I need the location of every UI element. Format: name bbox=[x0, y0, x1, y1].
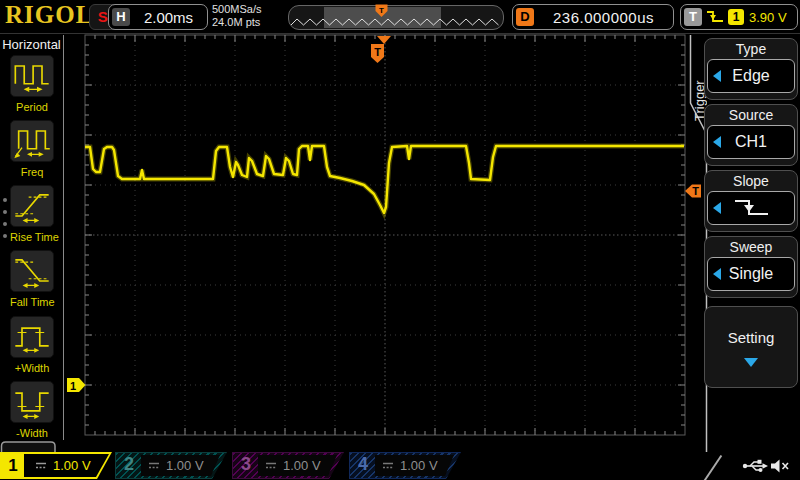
channel-2-scale: 1.00 V bbox=[166, 458, 204, 473]
measure-item-minus-width[interactable]: -Width bbox=[10, 381, 54, 439]
trigger-sweep-group: Sweep Single bbox=[704, 236, 798, 298]
brand-logo: RIGOL bbox=[5, 1, 93, 29]
trigger-position-marker[interactable]: T bbox=[371, 36, 391, 63]
page-dot bbox=[3, 234, 7, 238]
measure-item-fall-time[interactable]: Fall Time bbox=[10, 250, 54, 308]
channel-1-button[interactable]: 1 1.00 V bbox=[0, 452, 112, 479]
measure-item-period[interactable]: Period bbox=[10, 55, 54, 113]
channel-4-button[interactable]: 4 1.00 V bbox=[349, 452, 461, 479]
d-badge: D bbox=[516, 8, 534, 26]
dc-coupling-icon bbox=[35, 461, 47, 470]
trigger-level-value: 3.90 V bbox=[749, 10, 787, 25]
channel-2-number: 2 bbox=[124, 454, 134, 475]
trigger-source-group: Source CH1 bbox=[704, 104, 798, 166]
chevron-left-icon bbox=[713, 202, 721, 214]
measure-item-rise-time[interactable]: Rise Time bbox=[10, 185, 54, 243]
delay-readout-box[interactable]: D 236.000000us bbox=[512, 4, 674, 30]
channel-3-number: 3 bbox=[241, 454, 251, 475]
horizontal-timebase-box[interactable]: H 2.00ms bbox=[108, 4, 208, 30]
trigger-menu: Trigger Type Edge Source CH1 Slope bbox=[686, 33, 800, 452]
page-dot bbox=[3, 222, 7, 226]
trigger-slope-button[interactable] bbox=[707, 191, 795, 225]
freq-icon bbox=[10, 120, 54, 162]
t-badge: T bbox=[684, 8, 702, 26]
channel-2-button[interactable]: 2 1.00 V bbox=[115, 452, 227, 479]
channel-status-bar: 1 1.00 V 2 1.00 V 3 bbox=[0, 452, 800, 480]
status-divider bbox=[704, 455, 722, 480]
channel-1-number: 1 bbox=[2, 454, 24, 477]
speaker-muted-icon bbox=[770, 458, 790, 474]
delay-value: 236.000000us bbox=[534, 9, 673, 26]
measure-item-plus-width[interactable]: +Width bbox=[10, 316, 54, 374]
fall-time-icon bbox=[10, 250, 54, 292]
channel-3-scale: 1.00 V bbox=[283, 458, 321, 473]
graticule bbox=[85, 35, 685, 435]
period-icon bbox=[10, 55, 54, 97]
acquisition-rates: 500MSa/s 24.0M pts bbox=[212, 3, 262, 29]
falling-edge-icon bbox=[730, 197, 772, 219]
sample-rate: 500MSa/s bbox=[212, 3, 262, 16]
usb-icon bbox=[742, 458, 768, 474]
svg-text:T: T bbox=[374, 46, 381, 58]
chevron-left-icon bbox=[713, 268, 721, 280]
strip-trigger-marker[interactable]: T bbox=[375, 4, 388, 18]
page-dot bbox=[3, 198, 7, 202]
trigger-readout-box[interactable]: T 1 3.90 V bbox=[680, 4, 798, 30]
oscilloscope-screen: T T 1 RIGOL STOP H 2.00ms 500MSa/s 24.0M… bbox=[0, 0, 800, 480]
horizontal-measure-menu: Horizontal Period Freq bbox=[0, 33, 63, 452]
svg-text:T: T bbox=[379, 6, 384, 15]
chevron-left-icon bbox=[713, 70, 721, 82]
trigger-source-badge: 1 bbox=[728, 9, 744, 25]
waveform-display: T T 1 bbox=[0, 0, 800, 480]
dc-coupling-icon bbox=[265, 461, 277, 470]
trigger-sweep-button[interactable]: Single bbox=[707, 257, 795, 291]
trigger-source-button[interactable]: CH1 bbox=[707, 125, 795, 159]
left-menu-title: Horizontal bbox=[0, 37, 63, 52]
timebase-value: 2.00ms bbox=[130, 9, 207, 26]
trigger-setting-button[interactable]: Setting bbox=[704, 306, 798, 388]
memory-depth: 24.0M pts bbox=[212, 16, 262, 29]
chevron-down-icon bbox=[744, 358, 758, 367]
rise-time-icon bbox=[10, 185, 54, 227]
channel-1-scale: 1.00 V bbox=[53, 458, 91, 473]
svg-text:1: 1 bbox=[70, 380, 76, 392]
horizontal-position-strip[interactable]: T bbox=[288, 5, 504, 30]
trigger-type-group: Type Edge bbox=[704, 38, 798, 100]
page-dot bbox=[3, 210, 7, 214]
chevron-left-icon bbox=[713, 136, 721, 148]
dc-coupling-icon bbox=[382, 461, 394, 470]
channel-4-number: 4 bbox=[358, 454, 368, 475]
plus-width-icon bbox=[10, 316, 54, 358]
memory-waveform-preview bbox=[289, 6, 503, 29]
channel-4-scale: 1.00 V bbox=[400, 458, 438, 473]
trigger-type-button[interactable]: Edge bbox=[707, 59, 795, 93]
trigger-slope-group: Slope bbox=[704, 170, 798, 232]
minus-width-icon bbox=[10, 381, 54, 423]
channel-3-button[interactable]: 3 1.00 V bbox=[232, 452, 344, 479]
falling-edge-icon bbox=[705, 9, 725, 25]
h-badge: H bbox=[112, 8, 130, 26]
dc-coupling-icon bbox=[148, 461, 160, 470]
top-status-bar: RIGOL STOP H 2.00ms 500MSa/s 24.0M pts T… bbox=[0, 0, 800, 34]
measure-item-freq[interactable]: Freq bbox=[10, 120, 54, 178]
ch1-ground-marker[interactable]: 1 bbox=[67, 378, 86, 392]
